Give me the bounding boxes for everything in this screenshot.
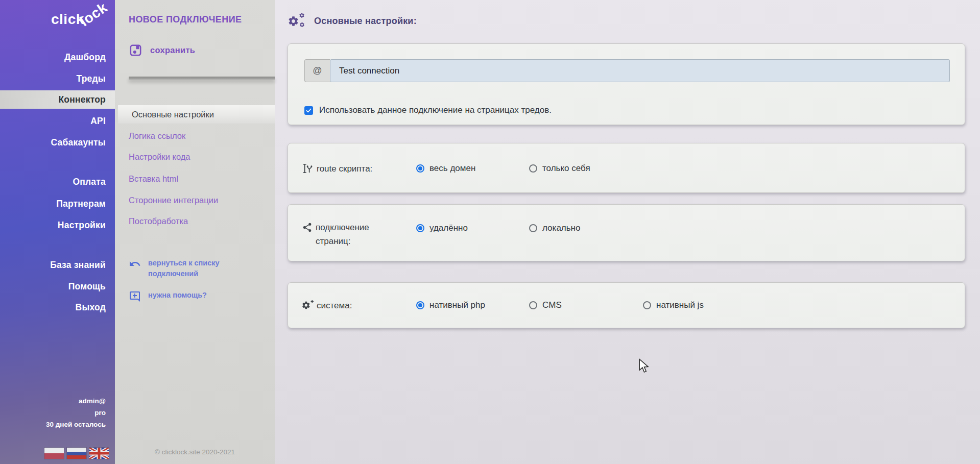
panel-tab-basic-settings[interactable]: Основные настройки bbox=[118, 105, 275, 124]
connection-name-card: @ Использовать данное подключение на стр… bbox=[288, 43, 965, 125]
floppy-save-icon bbox=[129, 43, 142, 57]
copyright: © clicklock.site 2020-2021 bbox=[115, 448, 275, 456]
sidebar-item-settings[interactable]: Настройки bbox=[0, 216, 115, 234]
save-button[interactable]: сохранить bbox=[129, 43, 195, 57]
radio-icon bbox=[416, 301, 424, 309]
save-button-label: сохранить bbox=[150, 45, 195, 55]
script-route-label: route скрипта: bbox=[317, 164, 372, 174]
account-email: admin@ bbox=[46, 395, 106, 407]
radio-remote[interactable]: удалённо bbox=[416, 223, 468, 233]
system-card: система: нативный php CMS нативный js bbox=[288, 282, 965, 328]
use-on-threads-checkbox[interactable] bbox=[304, 106, 313, 115]
panel-title: НОВОЕ ПОДКЛЮЧЕНИЕ bbox=[129, 14, 242, 25]
clicklock-logo[interactable]: clicklock bbox=[51, 11, 114, 28]
sidebar-item-payment[interactable]: Оплата bbox=[0, 173, 115, 191]
radio-whole-domain[interactable]: весь домен bbox=[416, 163, 475, 174]
connection-panel: НОВОЕ ПОДКЛЮЧЕНИЕ сохранить Основные нас… bbox=[115, 0, 275, 464]
mouse-cursor bbox=[638, 358, 649, 374]
radio-icon bbox=[529, 224, 537, 232]
gear-icon bbox=[301, 300, 315, 311]
sidebar: clicklock Дашборд Треды Коннектор API Са… bbox=[0, 0, 115, 464]
sidebar-item-api[interactable]: API bbox=[0, 112, 115, 130]
radio-native-js[interactable]: нативный js bbox=[643, 300, 704, 310]
sidebar-item-partners[interactable]: Партнерам bbox=[0, 194, 115, 213]
account-plan: pro bbox=[46, 407, 106, 419]
route-icon bbox=[302, 163, 313, 174]
account-days-left: 30 дней осталось bbox=[46, 419, 106, 430]
panel-divider bbox=[129, 77, 275, 80]
radio-only-self[interactable]: только себя bbox=[529, 163, 590, 174]
radio-local[interactable]: локально bbox=[529, 223, 580, 233]
connection-name-input[interactable] bbox=[330, 59, 950, 82]
comment-plus-icon bbox=[129, 290, 141, 302]
radio-icon bbox=[643, 301, 651, 309]
back-link-label: вернуться к списку подключений bbox=[148, 258, 256, 279]
radio-native-php[interactable]: нативный php bbox=[416, 300, 485, 310]
use-on-threads-row: Использовать данное подключение на стран… bbox=[304, 105, 552, 115]
clicklock-app: clicklock Дашборд Треды Коннектор API Са… bbox=[0, 0, 980, 464]
radio-icon bbox=[416, 224, 424, 232]
panel-tab-third-party-integrations[interactable]: Сторонние интеграции bbox=[115, 191, 275, 209]
use-on-threads-label: Использовать данное подключение на стран… bbox=[319, 105, 552, 115]
sidebar-item-subaccounts[interactable]: Сабакаунты bbox=[0, 133, 115, 152]
system-label: система: bbox=[317, 301, 352, 311]
need-help-link[interactable]: нужна помощь? bbox=[129, 290, 256, 302]
panel-tab-html-insert[interactable]: Вставка html bbox=[115, 169, 275, 188]
panel-tab-code-settings[interactable]: Настройки кода bbox=[115, 148, 275, 166]
panel-tab-link-logic[interactable]: Логика ссылок bbox=[115, 127, 275, 145]
check-icon bbox=[305, 107, 312, 114]
page-connection-card: подключение страниц: удалённо локально bbox=[288, 204, 965, 261]
sidebar-item-logout[interactable]: Выход bbox=[0, 298, 115, 316]
radio-icon bbox=[529, 164, 537, 173]
help-link-label: нужна помощь? bbox=[148, 290, 256, 302]
sidebar-item-knowledge-base[interactable]: База знаний bbox=[0, 256, 115, 274]
radio-cms[interactable]: CMS bbox=[529, 300, 562, 310]
sidebar-item-help[interactable]: Помощь bbox=[0, 277, 115, 296]
back-to-connections-link[interactable]: вернуться к списку подключений bbox=[129, 258, 256, 279]
at-prefix: @ bbox=[304, 59, 330, 82]
sidebar-item-connector[interactable]: Коннектор bbox=[0, 90, 115, 109]
sidebar-item-threads[interactable]: Треды bbox=[0, 69, 115, 88]
flag-uk-icon[interactable] bbox=[89, 448, 109, 459]
connection-name-group: @ bbox=[304, 59, 950, 82]
section-header: Основные настройки: bbox=[288, 12, 417, 30]
page-connection-label: подключение страниц: bbox=[316, 221, 385, 248]
main-content: Основные настройки: @ Использовать данно… bbox=[275, 0, 980, 464]
share-icon bbox=[302, 222, 313, 233]
radio-icon bbox=[416, 164, 424, 173]
section-title: Основные настройки: bbox=[314, 16, 417, 27]
script-route-card: route скрипта: весь домен только себя bbox=[288, 143, 965, 193]
undo-arrow-icon bbox=[129, 258, 141, 270]
radio-icon bbox=[529, 301, 537, 309]
panel-tab-postprocessing[interactable]: Постобработка bbox=[115, 212, 275, 230]
flag-poland-icon[interactable] bbox=[44, 448, 64, 459]
language-switcher bbox=[44, 448, 109, 459]
flag-russia-icon[interactable] bbox=[67, 448, 86, 459]
gears-icon bbox=[288, 12, 306, 30]
account-info: admin@ pro 30 дней осталось bbox=[46, 395, 106, 430]
sidebar-item-dashboard[interactable]: Дашборд bbox=[0, 48, 115, 66]
